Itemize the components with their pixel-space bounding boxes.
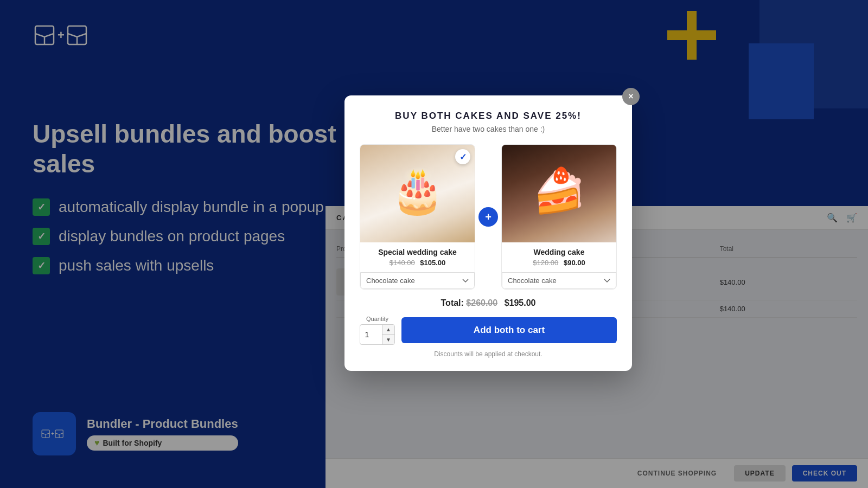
- product-image-2: [502, 145, 616, 242]
- price-original-1: $140.00: [390, 259, 415, 267]
- plus-connector: +: [475, 207, 501, 227]
- modal-products: ✓ Special wedding cake $140.00 $105.00 C…: [360, 144, 617, 290]
- price-sale-1: $105.00: [420, 259, 445, 267]
- quantity-input-wrap: ▲ ▼: [360, 324, 395, 345]
- modal-bottom: Quantity ▲ ▼ Add both to cart: [360, 316, 617, 345]
- add-to-cart-button[interactable]: Add both to cart: [401, 317, 617, 343]
- product-card-1: ✓ Special wedding cake $140.00 $105.00 C…: [360, 144, 475, 290]
- quantity-down-button[interactable]: ▼: [382, 335, 394, 344]
- modal-footer-note: Discounts will be applied at checkout.: [360, 350, 617, 358]
- variant-select-2[interactable]: Chocolate cake Vanilla cake Strawberry c…: [502, 272, 616, 289]
- price-original-2: $120.00: [533, 259, 558, 267]
- product-image-1: ✓: [360, 145, 475, 242]
- total-original: $260.00: [466, 298, 497, 307]
- product-name-1: Special wedding cake: [366, 248, 469, 256]
- quantity-label: Quantity: [366, 316, 388, 322]
- product-prices-2: $120.00 $90.00: [507, 259, 611, 267]
- product-card-body-2: Wedding cake $120.00 $90.00: [502, 242, 616, 272]
- product-card-2: Wedding cake $120.00 $90.00 Chocolate ca…: [501, 144, 617, 290]
- quantity-up-button[interactable]: ▲: [382, 325, 394, 335]
- total-label: Total:: [441, 298, 464, 307]
- modal-title: BUY BOTH CAKES AND SAVE 25%!: [360, 111, 617, 121]
- quantity-input[interactable]: [360, 327, 382, 342]
- product-card-body-1: Special wedding cake $140.00 $105.00: [360, 242, 475, 272]
- quantity-group: Quantity ▲ ▼: [360, 316, 395, 345]
- variant-select-1[interactable]: Chocolate cake Vanilla cake Strawberry c…: [360, 272, 475, 289]
- product-prices-1: $140.00 $105.00: [366, 259, 469, 267]
- modal-overlay: × BUY BOTH CAKES AND SAVE 25%! Better ha…: [0, 0, 868, 488]
- total-sale: $195.00: [505, 298, 536, 307]
- checkmark-badge: ✓: [455, 149, 470, 164]
- modal-close-button[interactable]: ×: [622, 88, 640, 105]
- plus-icon: +: [478, 207, 498, 227]
- modal-subtitle: Better have two cakes than one :): [360, 125, 617, 133]
- price-sale-2: $90.00: [564, 259, 585, 267]
- quantity-arrows: ▲ ▼: [382, 325, 394, 344]
- modal: × BUY BOTH CAKES AND SAVE 25%! Better ha…: [344, 95, 632, 371]
- product-name-2: Wedding cake: [507, 248, 611, 256]
- modal-total: Total: $260.00 $195.00: [360, 298, 617, 308]
